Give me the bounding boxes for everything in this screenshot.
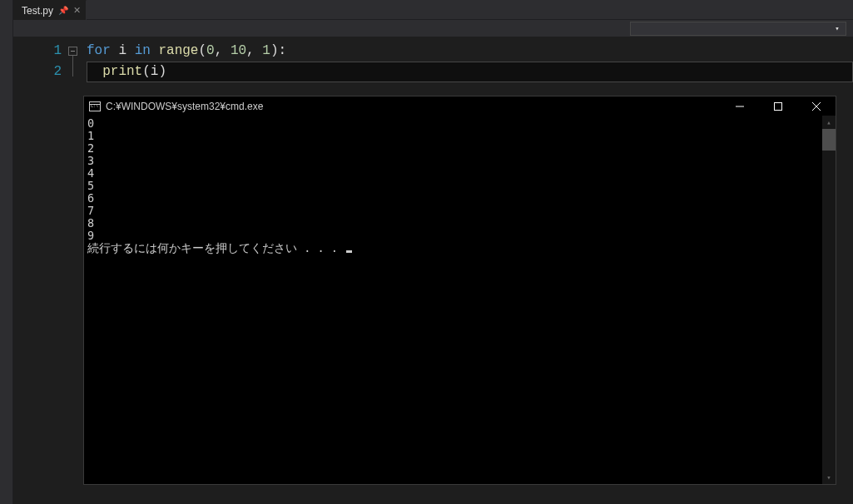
console-line: 3 bbox=[87, 155, 832, 167]
tab-bar: Test.py 📌 ✕ bbox=[13, 0, 853, 20]
navigation-dropdown[interactable]: ▾ bbox=[630, 22, 846, 36]
scroll-down-icon[interactable]: ▾ bbox=[822, 471, 836, 484]
code-token: in bbox=[135, 43, 151, 58]
console-line: 8 bbox=[87, 217, 832, 230]
code-token: , bbox=[246, 43, 262, 58]
console-body[interactable]: 0123456789続行するには何かキーを押してください . . . ▴ ▾ bbox=[84, 116, 836, 484]
console-line: 2 bbox=[87, 142, 832, 155]
left-rail bbox=[0, 0, 13, 504]
code-token: 1 bbox=[262, 43, 270, 58]
code-token: range bbox=[158, 43, 198, 58]
editor-toolbar: ▾ bbox=[13, 20, 853, 37]
code-token: 10 bbox=[231, 43, 246, 58]
pin-icon[interactable]: 📌 bbox=[58, 6, 68, 15]
svg-rect-1 bbox=[775, 102, 782, 110]
code-token: i bbox=[111, 43, 135, 58]
console-title: C:¥WINDOWS¥system32¥cmd.exe bbox=[106, 101, 721, 112]
minimize-button[interactable] bbox=[721, 96, 759, 116]
console-output: 0123456789続行するには何かキーを押してください . . . bbox=[84, 116, 836, 256]
code-token: for bbox=[87, 43, 111, 58]
code-token: print bbox=[102, 64, 142, 79]
console-line: 0 bbox=[87, 117, 832, 130]
code-token: , bbox=[215, 43, 231, 58]
console-scrollbar[interactable]: ▴ ▾ bbox=[822, 116, 836, 484]
console-line: 6 bbox=[87, 192, 832, 205]
scroll-thumb[interactable] bbox=[822, 129, 836, 151]
console-line: 5 bbox=[87, 180, 832, 192]
code-line[interactable]: for i in range(0, 10, 1): bbox=[87, 41, 853, 62]
cursor bbox=[346, 250, 352, 253]
code-token: ( bbox=[198, 43, 206, 58]
line-number: 1 bbox=[13, 41, 62, 62]
scroll-up-icon[interactable]: ▴ bbox=[822, 116, 836, 129]
line-number: 2 bbox=[13, 62, 62, 82]
console-line: 1 bbox=[87, 130, 832, 142]
code-token: 0 bbox=[206, 43, 215, 58]
code-token bbox=[151, 43, 159, 58]
chevron-down-icon: ▾ bbox=[831, 22, 843, 34]
close-icon[interactable]: ✕ bbox=[73, 5, 81, 16]
line-number-gutter: 12 bbox=[13, 37, 68, 504]
console-line: 9 bbox=[87, 230, 832, 242]
file-tab[interactable]: Test.py 📌 ✕ bbox=[13, 0, 87, 20]
console-window: C:¥WINDOWS¥system32¥cmd.exe 0123456789続行… bbox=[83, 96, 836, 485]
code-line[interactable]: print(i) bbox=[87, 62, 853, 82]
console-line: 7 bbox=[87, 205, 832, 217]
fold-toggle-icon[interactable] bbox=[68, 47, 77, 56]
fold-line bbox=[72, 56, 73, 77]
console-prompt: 続行するには何かキーを押してください . . . bbox=[87, 242, 832, 254]
console-titlebar[interactable]: C:¥WINDOWS¥system32¥cmd.exe bbox=[84, 96, 836, 116]
code-token bbox=[87, 64, 102, 79]
tab-label: Test.py bbox=[22, 5, 53, 17]
close-button[interactable] bbox=[797, 96, 836, 116]
console-line: 4 bbox=[87, 167, 832, 180]
code-token: (i) bbox=[142, 64, 166, 79]
maximize-button[interactable] bbox=[759, 96, 797, 116]
cmd-icon bbox=[89, 101, 101, 111]
code-token: ): bbox=[270, 43, 286, 58]
